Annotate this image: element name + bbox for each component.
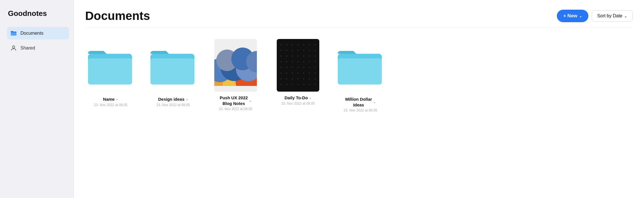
sidebar-item-documents[interactable]: Documents [7,27,69,40]
folder-thumbnail [150,39,196,93]
svg-point-22 [309,44,310,45]
shared-icon [10,45,17,51]
list-item[interactable]: Million DollarIdeas ⌄ 23. Nov 2022 at 08… [335,39,386,112]
svg-point-34 [297,55,299,57]
app-logo: Goodnotes [7,9,69,18]
doc-name: Name [103,96,115,102]
svg-point-58 [314,73,316,74]
svg-point-48 [297,67,299,68]
page-title: Documents [85,9,150,23]
svg-point-54 [292,73,293,74]
svg-point-35 [303,55,304,57]
svg-point-43 [309,61,310,62]
svg-point-36 [309,55,310,57]
svg-rect-2 [88,58,132,84]
doc-name: Push UX 2022Blog Notes [220,95,248,106]
svg-point-67 [286,84,287,85]
chevron-down-icon: ⌄ [116,97,118,101]
svg-point-62 [297,78,299,79]
doc-date: 23. Nov 2022 at 08.05 [156,103,190,107]
svg-point-29 [309,50,310,51]
sort-chevron-icon: ⌄ [624,14,627,18]
svg-point-37 [314,55,316,57]
new-button-label: + New [563,13,577,19]
chevron-down-icon: ⌄ [249,99,251,102]
svg-point-31 [280,55,282,57]
svg-point-68 [292,84,293,85]
svg-point-27 [297,50,299,51]
svg-point-18 [286,44,287,45]
svg-point-40 [292,61,293,62]
notebook-thumbnail [214,39,257,92]
svg-point-53 [286,73,287,74]
doc-name-row: Daily To-Do ⌄ [284,95,311,101]
sort-button[interactable]: Sort by Date ⌄ [592,10,633,22]
svg-point-47 [292,67,293,68]
new-button[interactable]: + New ⌄ [557,10,588,22]
doc-name-row: Million DollarIdeas ⌄ [345,96,376,108]
svg-point-59 [280,78,282,79]
svg-point-33 [292,55,293,57]
svg-rect-4 [150,58,194,84]
folder-thumbnail [88,39,133,93]
doc-name-row: Name ⌄ [103,96,118,102]
notebook-thumbnail [277,39,319,92]
svg-point-70 [303,84,304,85]
doc-date: 23. Nov 2022 at 08.05 [344,108,377,112]
sidebar-item-shared[interactable]: Shared [7,42,69,54]
chevron-down-icon: ⌄ [309,96,312,100]
svg-point-50 [309,67,310,68]
sidebar-documents-label: Documents [20,31,43,36]
svg-rect-74 [338,58,382,84]
documents-grid: Name ⌄ 23. Nov 2022 at 08.05 Design idea… [85,39,633,112]
svg-point-55 [297,73,299,74]
svg-point-45 [280,67,282,68]
svg-point-26 [292,50,293,51]
svg-point-21 [303,44,304,45]
svg-point-44 [314,61,316,62]
svg-point-20 [297,44,299,45]
svg-point-69 [297,84,299,85]
svg-point-32 [286,55,287,57]
svg-point-66 [280,84,282,85]
svg-point-42 [303,61,304,62]
list-item[interactable]: Name ⌄ 23. Nov 2022 at 08.05 [85,39,136,112]
list-item[interactable]: Daily To-Do ⌄ 23. Nov 2022 at 08.05 [272,39,324,112]
svg-rect-16 [277,39,319,92]
svg-point-46 [286,67,287,68]
doc-date: 23. Nov 2022 at 08.05 [219,107,252,111]
svg-point-60 [286,78,287,79]
svg-point-24 [280,50,282,51]
svg-point-19 [292,44,293,45]
svg-point-49 [303,67,304,68]
svg-point-25 [286,50,287,51]
svg-point-65 [314,78,316,79]
list-item[interactable]: Design ideas ⌄ 23. Nov 2022 at 08.05 [148,39,199,112]
sidebar: Goodnotes Documents Shared [0,0,74,198]
svg-point-51 [314,67,316,68]
svg-point-52 [280,73,282,74]
header-actions: + New ⌄ Sort by Date ⌄ [557,10,633,22]
svg-point-28 [303,50,304,51]
svg-rect-15 [214,86,257,92]
svg-point-56 [303,73,304,74]
svg-point-72 [314,84,316,85]
doc-date: 23. Nov 2022 at 08.05 [281,102,315,106]
doc-name: Design ideas [158,96,184,102]
svg-point-39 [286,61,287,62]
svg-point-17 [280,44,282,45]
doc-name-row: Design ideas ⌄ [158,96,188,102]
svg-point-63 [303,78,304,79]
svg-point-38 [280,61,282,62]
svg-point-0 [12,46,15,48]
svg-point-23 [314,44,316,45]
chevron-down-icon: ⌄ [373,100,376,104]
main-content: Documents + New ⌄ Sort by Date ⌄ [74,0,644,198]
svg-point-71 [309,84,310,85]
doc-name: Million DollarIdeas [345,96,372,108]
svg-point-61 [292,78,293,79]
doc-name: Daily To-Do [284,95,308,101]
svg-point-57 [309,73,310,74]
list-item[interactable]: Push UX 2022Blog Notes ⌄ 23. Nov 2022 at… [210,39,261,112]
folder-thumbnail [338,39,383,93]
